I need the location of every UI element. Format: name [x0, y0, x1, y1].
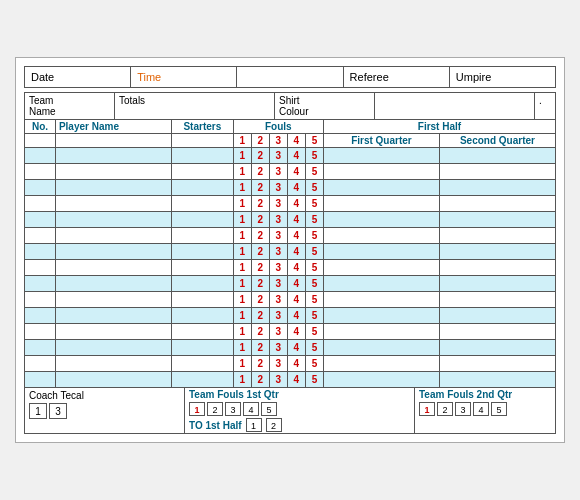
cell-foul-5: 5 [305, 372, 323, 388]
header-row: Date Time Referee Umpire [24, 66, 556, 88]
cell-first-quarter [323, 292, 439, 308]
cell-foul-2: 2 [251, 244, 269, 260]
cell-no [25, 276, 56, 292]
footer-mid: Team Fouls 1st Qtr 1 2 3 4 5 TO 1st Half… [185, 388, 415, 433]
cell-no [25, 324, 56, 340]
shirt-colour-value [375, 93, 535, 119]
cell-foul-3: 3 [269, 244, 287, 260]
th-f5: 5 [305, 134, 323, 148]
cell-starters [171, 308, 233, 324]
cell-first-quarter [323, 340, 439, 356]
cell-no [25, 340, 56, 356]
cell-foul-2: 2 [251, 276, 269, 292]
coach-label: Coach Tecal [29, 390, 180, 401]
cell-foul-2: 2 [251, 260, 269, 276]
cell-player-name [55, 180, 171, 196]
foul-2nd-1: 1 [419, 402, 435, 416]
th-no: No. [25, 120, 56, 134]
foul-2nd-3: 3 [455, 402, 471, 416]
cell-foul-3: 3 [269, 180, 287, 196]
cell-foul-3: 3 [269, 164, 287, 180]
cell-second-quarter [439, 212, 555, 228]
cell-foul-4: 4 [287, 148, 305, 164]
referee-cell: Referee [344, 67, 450, 87]
cell-foul-5: 5 [305, 148, 323, 164]
cell-foul-5: 5 [305, 260, 323, 276]
table-row: 12345 [25, 212, 556, 228]
cell-second-quarter [439, 356, 555, 372]
cell-second-quarter [439, 372, 555, 388]
cell-foul-5: 5 [305, 228, 323, 244]
to-half-1: 1 [246, 418, 262, 432]
cell-second-quarter [439, 260, 555, 276]
cell-first-quarter [323, 228, 439, 244]
cell-player-name [55, 276, 171, 292]
cell-foul-5: 5 [305, 308, 323, 324]
cell-foul-3: 3 [269, 292, 287, 308]
cell-starters [171, 148, 233, 164]
cell-foul-1: 1 [233, 180, 251, 196]
cell-foul-5: 5 [305, 180, 323, 196]
cell-foul-2: 2 [251, 356, 269, 372]
cell-no [25, 180, 56, 196]
cell-starters [171, 244, 233, 260]
cell-foul-3: 3 [269, 340, 287, 356]
cell-no [25, 196, 56, 212]
cell-foul-5: 5 [305, 340, 323, 356]
cell-starters [171, 196, 233, 212]
shirt-colour-label: ShirtColour [275, 93, 375, 119]
cell-foul-1: 1 [233, 212, 251, 228]
th-no2 [25, 134, 56, 148]
cell-foul-2: 2 [251, 196, 269, 212]
th-f4: 4 [287, 134, 305, 148]
cell-foul-3: 3 [269, 260, 287, 276]
team-totals-label: Totals [115, 93, 275, 119]
cell-second-quarter [439, 308, 555, 324]
cell-foul-4: 4 [287, 180, 305, 196]
cell-starters [171, 260, 233, 276]
to-half-2: 2 [266, 418, 282, 432]
cell-foul-4: 4 [287, 308, 305, 324]
cell-no [25, 356, 56, 372]
cell-player-name [55, 372, 171, 388]
th-fouls: Fouls [233, 120, 323, 134]
cell-foul-1: 1 [233, 244, 251, 260]
table-row: 12345 [25, 308, 556, 324]
cell-foul-5: 5 [305, 196, 323, 212]
cell-first-quarter [323, 180, 439, 196]
cell-foul-4: 4 [287, 212, 305, 228]
cell-foul-2: 2 [251, 180, 269, 196]
cell-player-name [55, 148, 171, 164]
foul-1st-4: 4 [243, 402, 259, 416]
cell-foul-1: 1 [233, 292, 251, 308]
cell-first-quarter [323, 324, 439, 340]
cell-foul-4: 4 [287, 196, 305, 212]
cell-foul-5: 5 [305, 356, 323, 372]
cell-foul-4: 4 [287, 340, 305, 356]
team-fouls-1st-label: Team Fouls 1st Qtr [185, 388, 414, 401]
cell-no [25, 212, 56, 228]
cell-foul-4: 4 [287, 292, 305, 308]
cell-player-name [55, 308, 171, 324]
cell-no [25, 372, 56, 388]
table-row: 12345 [25, 164, 556, 180]
cell-foul-3: 3 [269, 228, 287, 244]
score-table: No. Player Name Starters Fouls First Hal… [24, 119, 556, 388]
foul-1st-3: 3 [225, 402, 241, 416]
cell-first-quarter [323, 196, 439, 212]
cell-first-quarter [323, 148, 439, 164]
table-row: 12345 [25, 180, 556, 196]
cell-foul-3: 3 [269, 148, 287, 164]
cell-foul-3: 3 [269, 356, 287, 372]
cell-foul-1: 1 [233, 356, 251, 372]
cell-second-quarter [439, 292, 555, 308]
foul-1st-1: 1 [189, 402, 205, 416]
cell-starters [171, 324, 233, 340]
cell-player-name [55, 340, 171, 356]
cell-first-quarter [323, 244, 439, 260]
foul-2nd-4: 4 [473, 402, 489, 416]
th-f2: 2 [251, 134, 269, 148]
cell-no [25, 164, 56, 180]
foul-2nd-2: 2 [437, 402, 453, 416]
cell-foul-2: 2 [251, 212, 269, 228]
